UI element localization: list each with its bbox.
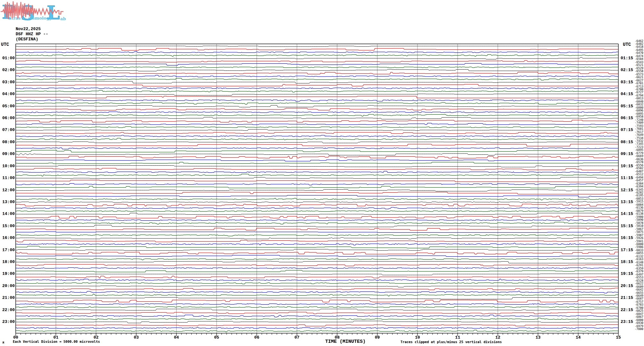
seismic-trace (16, 276, 618, 278)
seismic-trace (16, 57, 618, 59)
seismic-trace (16, 166, 618, 167)
seismic-trace (16, 72, 618, 74)
seismic-trace (16, 283, 618, 284)
seismic-trace (16, 288, 618, 290)
seismic-trace (16, 117, 618, 119)
seismic-trace (16, 48, 618, 51)
seismic-trace (16, 168, 618, 170)
seismic-trace (16, 129, 618, 131)
seismic-trace (16, 162, 618, 164)
seismic-trace (16, 150, 618, 152)
seismic-trace (16, 274, 618, 275)
seismic-trace (16, 60, 618, 62)
seismic-trace (16, 294, 618, 296)
seismic-trace (16, 268, 618, 269)
seismic-trace (16, 232, 618, 232)
seismic-trace (16, 246, 618, 248)
seismic-trace (16, 220, 618, 221)
seismic-trace (16, 96, 618, 98)
scale-note: Each Vertical Division = 5000.00 microvo… (13, 340, 100, 343)
seismic-trace (16, 198, 618, 200)
seismic-trace (16, 249, 618, 251)
seismic-trace (16, 174, 618, 176)
seismic-trace (16, 321, 618, 323)
seismic-trace (16, 315, 618, 317)
seismic-trace (16, 318, 618, 320)
seismic-trace (16, 127, 618, 128)
x-axis-title: TIME (MINUTES) (325, 339, 366, 344)
seismic-trace (16, 67, 618, 68)
seismic-trace (16, 204, 618, 206)
seismic-trace (16, 261, 618, 263)
seismic-trace (16, 330, 618, 332)
seismic-trace (16, 94, 618, 95)
seismic-trace (16, 114, 618, 116)
seismic-trace (16, 132, 618, 134)
seismic-trace (16, 213, 618, 214)
seismic-trace (16, 228, 618, 230)
seismic-trace (16, 286, 618, 287)
seismic-trace (16, 300, 618, 302)
seismic-trace (16, 177, 618, 178)
seismic-trace (16, 75, 618, 77)
seismic-trace (16, 46, 618, 46)
seismic-trace (16, 216, 618, 218)
seismic-trace (16, 112, 618, 113)
helicorder-plot (0, 0, 644, 346)
seismic-trace (16, 264, 618, 266)
seismic-trace (16, 184, 618, 185)
seismic-trace (16, 222, 618, 224)
seismic-trace (16, 171, 618, 173)
seismic-trace (16, 279, 618, 281)
seismic-trace (16, 84, 618, 86)
seismic-trace (16, 304, 618, 305)
seismic-trace (16, 88, 618, 89)
seismic-trace (16, 54, 618, 56)
seismic-trace (16, 153, 618, 155)
seismic-trace (16, 186, 618, 188)
seismic-trace (16, 123, 618, 125)
seismic-trace (16, 63, 618, 65)
seismic-trace (16, 100, 618, 102)
seismic-trace (16, 160, 618, 161)
seismic-trace (16, 225, 618, 227)
seismic-trace (16, 189, 618, 191)
seismic-trace (16, 180, 618, 182)
seismic-trace (16, 306, 618, 308)
seismic-trace (16, 52, 618, 53)
seismic-trace (16, 138, 618, 140)
seismic-trace (16, 156, 618, 158)
seismic-trace (16, 211, 618, 211)
seismic-trace (16, 235, 618, 236)
seismic-trace (16, 135, 618, 136)
seismic-trace (16, 297, 618, 299)
seismic-trace (16, 207, 618, 209)
helicorder-page: P S L atras eismology ab Nov22,2025 DSF … (0, 0, 644, 346)
seismic-trace (16, 142, 618, 143)
seismic-trace (16, 270, 618, 272)
seismic-trace (16, 148, 618, 149)
seismic-trace (16, 78, 618, 80)
seismic-trace (16, 103, 618, 104)
clip-note: Traces clipped at plus/minus 25 vertical… (400, 340, 502, 344)
seismic-trace (16, 309, 618, 310)
seismic-trace (16, 69, 618, 71)
seismic-trace (16, 108, 618, 110)
seismic-trace (16, 312, 618, 314)
seismic-trace (16, 240, 618, 242)
seismic-trace (16, 327, 618, 328)
seismic-trace (16, 105, 618, 107)
seismic-trace (16, 90, 618, 92)
scale-mark-icon: M (3, 342, 4, 344)
seismic-trace (16, 237, 618, 239)
seismic-trace (16, 195, 618, 197)
seismic-trace (16, 259, 618, 260)
seismic-trace (16, 291, 618, 293)
seismic-trace (16, 120, 618, 122)
seismic-trace (16, 81, 618, 83)
seismic-trace (16, 325, 618, 326)
seismic-trace (16, 192, 618, 194)
seismic-trace (16, 243, 618, 245)
seismic-trace (16, 144, 618, 146)
seismic-trace (16, 255, 618, 257)
